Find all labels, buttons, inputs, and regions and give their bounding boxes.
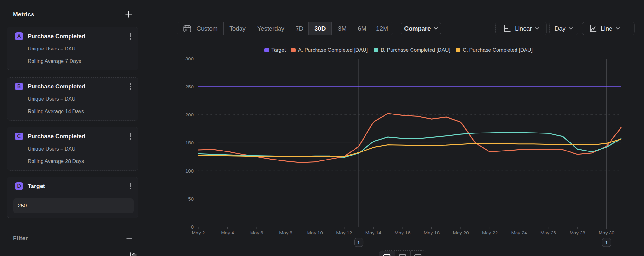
svg-text:May 12: May 12 <box>336 230 352 235</box>
svg-text:150: 150 <box>185 140 194 145</box>
svg-text:May 18: May 18 <box>424 230 440 235</box>
svg-text:May 4: May 4 <box>221 230 234 235</box>
svg-text:May 20: May 20 <box>453 230 469 235</box>
svg-text:50: 50 <box>188 196 194 202</box>
svg-text:May 2: May 2 <box>192 230 205 235</box>
svg-text:1: 1 <box>357 240 360 245</box>
svg-text:100: 100 <box>185 168 194 174</box>
svg-text:0: 0 <box>191 224 194 230</box>
svg-text:250: 250 <box>185 84 194 89</box>
svg-text:200: 200 <box>185 112 194 117</box>
svg-text:May 16: May 16 <box>394 230 410 235</box>
svg-text:May 28: May 28 <box>570 230 585 235</box>
svg-text:May 24: May 24 <box>511 230 527 235</box>
svg-text:May 22: May 22 <box>482 230 498 235</box>
svg-text:May 10: May 10 <box>307 230 323 235</box>
svg-text:1: 1 <box>605 240 608 245</box>
svg-text:May 26: May 26 <box>540 230 556 235</box>
svg-text:May 6: May 6 <box>250 230 263 235</box>
svg-text:May 30: May 30 <box>599 230 614 235</box>
svg-text:May 14: May 14 <box>365 230 381 235</box>
svg-text:300: 300 <box>185 56 194 61</box>
svg-text:May 8: May 8 <box>279 230 292 235</box>
